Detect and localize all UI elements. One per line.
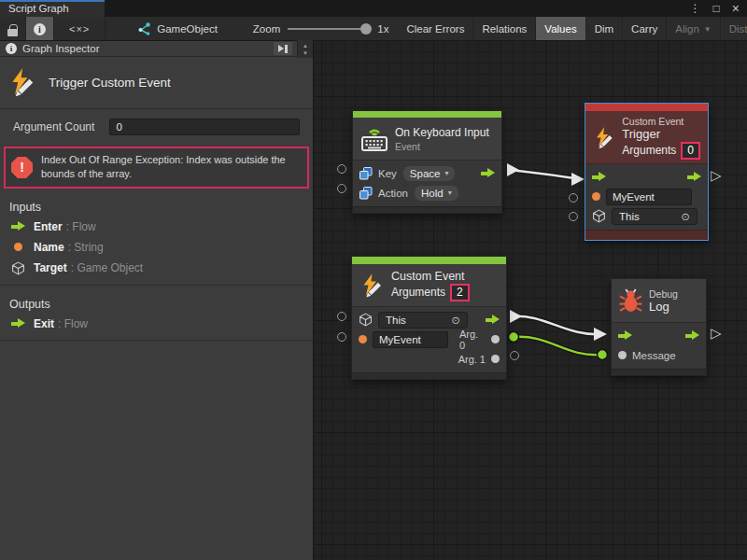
lock-button[interactable]: [0, 17, 26, 41]
values-button[interactable]: Values: [536, 17, 585, 41]
inspector-toggle-button[interactable]: [26, 17, 54, 41]
event-name-row: MyEvent: [585, 187, 708, 206]
node-footer: [352, 372, 506, 379]
flow-out-port[interactable]: [685, 330, 699, 341]
event-name-input[interactable]: MyEvent: [373, 331, 448, 348]
window-controls: ⋮ □ ×: [690, 0, 740, 17]
flow-port-icon: [9, 318, 26, 329]
dim-label: Dim: [595, 23, 613, 35]
key-label: Key: [378, 168, 397, 179]
input-type: : Flow: [66, 220, 96, 233]
node-body: MyEvent This ⊙: [585, 164, 708, 230]
clear-errors-button[interactable]: Clear Errors: [398, 17, 473, 41]
window-menu-icon[interactable]: ⋮: [690, 2, 701, 15]
tab-title: Script Graph: [8, 3, 69, 14]
maximize-icon[interactable]: □: [713, 2, 720, 15]
flow-in-port[interactable]: [592, 172, 606, 182]
align-dropdown-button[interactable]: Align ▼: [667, 17, 721, 41]
orange-dot-icon[interactable]: [592, 192, 600, 201]
unit-title-text: Trigger Custom Event: [49, 76, 171, 90]
node-body: This ⊙ MyEvent Arg. 0 Arg. 1: [352, 307, 506, 372]
clear-errors-label: Clear Errors: [406, 23, 464, 35]
output-type: : Flow: [58, 317, 88, 330]
gameobject-selector[interactable]: GameObject: [128, 17, 227, 40]
zoom-value: 1x: [377, 23, 388, 35]
graph-canvas[interactable]: ▷ ▷ On Keyboard Input Event: [315, 41, 747, 560]
cube-icon: [592, 209, 606, 223]
input-type: : String: [68, 241, 104, 254]
code-icon: <×>: [69, 23, 90, 35]
port-trigger-name[interactable]: [569, 193, 578, 203]
node-body: Key Space ▾ Action Hold ▾: [353, 161, 501, 206]
code-preview-button[interactable]: <×>: [54, 17, 106, 41]
error-icon: !: [11, 157, 33, 178]
zoom-slider-handle[interactable]: [360, 23, 372, 35]
node-header: On Keyboard Input Event: [353, 118, 501, 161]
node-category: Debug: [649, 288, 678, 300]
error-message-box: ! Index Out Of Range Exception: Index wa…: [4, 147, 309, 189]
target-dropdown[interactable]: This ⊙: [612, 208, 698, 225]
wire-arg0-to-message[interactable]: [509, 332, 608, 360]
port-keyboard-action[interactable]: [337, 184, 346, 193]
input-row-name: Name : String: [0, 237, 313, 258]
target-dropdown[interactable]: This ⊙: [378, 312, 468, 329]
action-dropdown[interactable]: Hold ▾: [414, 185, 459, 202]
port-customevent-target[interactable]: [337, 312, 346, 321]
node-debug-log[interactable]: Debug Log Message: [611, 278, 707, 376]
event-name-input[interactable]: MyEvent: [606, 189, 692, 205]
port-customevent-name[interactable]: [337, 332, 346, 342]
key-dropdown[interactable]: Space ▾: [402, 165, 457, 182]
distribute-label: Distribute: [729, 23, 747, 35]
relations-button[interactable]: Relations: [473, 17, 536, 41]
spinner-up-icon[interactable]: ▲: [303, 42, 308, 49]
flow-arrow-icon: [11, 221, 25, 231]
debug-node-run-icon[interactable]: ▷: [711, 326, 722, 340]
node-custom-event[interactable]: Custom Event Arguments 2 This ⊙: [351, 256, 507, 380]
arguments-line: Arguments 0: [622, 142, 700, 160]
argument-count-input[interactable]: 0: [109, 119, 300, 135]
node-title: Trigger: [622, 127, 700, 141]
wire-customevent-to-debug-flow[interactable]: [510, 310, 607, 341]
node-header: Custom Event Arguments 2: [352, 264, 506, 307]
target-picker-icon[interactable]: ⊙: [451, 314, 460, 327]
carry-button[interactable]: Carry: [623, 17, 667, 41]
zoom-label: Zoom: [253, 23, 280, 35]
trigger-node-run-icon[interactable]: ▷: [711, 168, 722, 182]
message-port[interactable]: [618, 351, 627, 359]
panel-spinner[interactable]: ▲ ▼: [297, 40, 313, 58]
graph-toolbar: <×> GameObject Zoom 1x Clear Errors Rela…: [0, 17, 747, 41]
arg0-label: Arg. 0: [459, 329, 486, 351]
distribute-dropdown-button[interactable]: Distribute ▼: [721, 17, 747, 41]
flow-out-port[interactable]: [481, 168, 495, 178]
node-on-keyboard-input[interactable]: On Keyboard Input Event Key Space ▾: [352, 110, 502, 214]
arg0-port[interactable]: [491, 335, 500, 343]
spinner-down-icon[interactable]: ▼: [303, 49, 308, 57]
port-arg1-out[interactable]: [510, 351, 519, 360]
keyboard-icon: [360, 126, 388, 152]
close-icon[interactable]: ×: [732, 1, 740, 16]
orange-dot-icon[interactable]: [359, 335, 367, 343]
target-picker-icon[interactable]: ⊙: [681, 210, 690, 223]
target-row: This ⊙: [585, 206, 708, 226]
custom-event-icon: [359, 273, 385, 298]
arguments-label: Arguments: [622, 144, 676, 157]
dock-icon[interactable]: [274, 42, 292, 55]
action-value: Hold: [421, 188, 444, 199]
node-trigger-custom-event[interactable]: Custom Event Trigger Arguments 0 MyEvent: [585, 103, 709, 241]
port-keyboard-key[interactable]: [337, 164, 346, 174]
node-error-footer: [585, 230, 708, 240]
flow-in-port[interactable]: [618, 330, 632, 341]
flow-out-port[interactable]: [687, 172, 701, 182]
arg1-port[interactable]: [491, 355, 500, 363]
zoom-slider[interactable]: [288, 28, 370, 30]
arguments-label: Arguments: [391, 286, 445, 299]
action-label: Action: [378, 188, 408, 199]
tab-script-graph[interactable]: Script Graph: [0, 0, 105, 17]
flow-out-port[interactable]: [486, 315, 500, 325]
wire-keyboard-to-trigger[interactable]: [507, 163, 585, 186]
port-trigger-target[interactable]: [569, 212, 578, 221]
input-name: Target: [34, 261, 67, 274]
dim-button[interactable]: Dim: [586, 17, 623, 41]
target-value: This: [386, 315, 406, 326]
graph-inspector-panel: Graph Inspector ▲ ▼ Trigger Custom Event…: [0, 41, 314, 560]
